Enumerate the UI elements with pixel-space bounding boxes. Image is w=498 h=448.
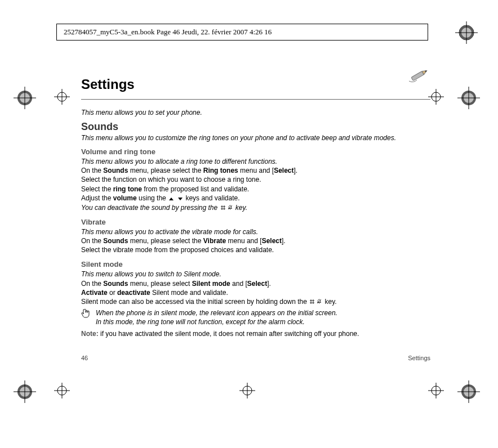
mute-bell-key-icon-2	[317, 298, 322, 306]
hand-pointer-icon	[81, 308, 91, 326]
crop-mark-lower-right-inner	[428, 383, 444, 398]
down-arrow-key-icon	[176, 194, 183, 203]
crop-header-text-box: 252784057_myC5-3a_en.book Page 46 Jeudi,…	[56, 24, 428, 41]
crop-mark-top-right	[457, 24, 475, 42]
title-row: Settings	[81, 68, 430, 100]
crop-mark-lower-center	[239, 383, 255, 398]
silent-note: When the phone is in silent mode, the re…	[81, 308, 430, 326]
volume-line4: Select the ring tone from the proposed l…	[81, 185, 430, 194]
volume-heading: Volume and ring tone	[81, 147, 430, 156]
hash-key-icon-2	[310, 298, 314, 306]
mute-bell-key-icon	[228, 204, 233, 212]
silent-note-line2: In this mode, the ring tone will not fun…	[96, 317, 337, 326]
silent-line3: Activate or deactivate Silent mode and v…	[81, 288, 430, 297]
svg-point-39	[229, 209, 230, 209]
crop-mark-upper-right-inner	[428, 89, 444, 105]
svg-point-41	[319, 303, 319, 303]
footer-section: Settings	[408, 355, 430, 361]
crop-header-text: 252784057_myC5-3a_en.book Page 46 Jeudi,…	[64, 28, 272, 36]
crop-mark-upper-right-outer	[460, 89, 478, 107]
silent-line5: Note: if you have activated the silent m…	[81, 329, 430, 338]
silent-line1: This menu allows you to switch to Silent…	[81, 270, 430, 279]
svg-rect-36	[411, 71, 424, 81]
page-intro: This menu allows you to set your phone.	[81, 109, 430, 117]
page-number: 46	[81, 355, 88, 361]
volume-line2: On the Sounds menu, please select the Ri…	[81, 166, 430, 175]
silent-line4: Silent mode can also be accessed via the…	[81, 297, 430, 306]
hash-key-icon	[221, 204, 225, 212]
page-content: Settings This menu allows you to set you…	[81, 68, 430, 338]
sounds-heading: Sounds	[81, 121, 430, 133]
sounds-intro: This menu allows you to customize the ri…	[81, 134, 430, 142]
silent-note-line1: When the phone is in silent mode, the re…	[96, 308, 337, 317]
vibrate-line2: On the Sounds menu, please select the Vi…	[81, 236, 430, 245]
silent-line2: On the Sounds menu, please select Silent…	[81, 279, 430, 288]
page-title: Settings	[81, 77, 135, 92]
silent-heading: Silent mode	[81, 260, 430, 268]
page-footer: 46 Settings	[81, 355, 430, 361]
crop-mark-lower-right-outer	[460, 383, 478, 401]
volume-line1: This menu allows you to allocate a ring …	[81, 157, 430, 166]
vibrate-line3: Select the vibrate mode from the propose…	[81, 245, 430, 254]
up-arrow-key-icon	[169, 194, 174, 203]
crop-mark-lower-left-inner	[54, 383, 70, 398]
volume-line6: You can deactivate the sound by pressing…	[81, 203, 430, 212]
vibrate-heading: Vibrate	[81, 218, 430, 226]
volume-line3: Select the function on which you want to…	[81, 175, 430, 184]
volume-line5: Adjust the volume using the keys and val…	[81, 194, 430, 203]
vibrate-line1: This menu allows you to activate the vib…	[81, 227, 430, 236]
settings-pen-icon	[408, 68, 430, 83]
crop-mark-upper-left-outer	[16, 89, 34, 107]
crop-mark-upper-left-inner	[54, 89, 70, 105]
crop-mark-lower-left-outer	[16, 383, 34, 401]
